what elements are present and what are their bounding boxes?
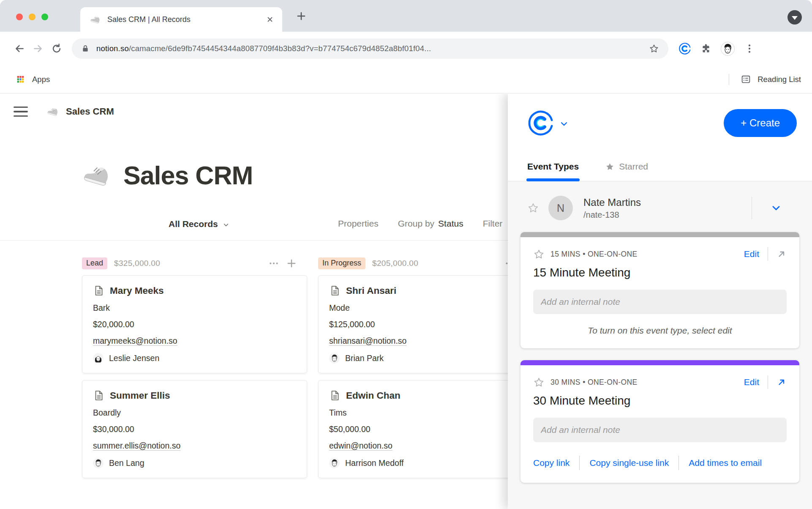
edit-link[interactable]: Edit <box>744 377 759 387</box>
internal-note-input[interactable] <box>533 290 787 314</box>
event-title[interactable]: 30 Minute Meeting <box>533 394 787 408</box>
bookmark-star-icon[interactable] <box>649 44 659 54</box>
record-name[interactable]: Summer Ellis <box>110 390 170 401</box>
status-badge[interactable]: In Progress <box>318 257 365 269</box>
tab-search-button[interactable] <box>787 10 802 25</box>
internal-note-input[interactable] <box>533 418 787 442</box>
zoom-window-button[interactable] <box>41 14 48 20</box>
document-icon <box>93 390 104 401</box>
column-actions <box>268 258 297 269</box>
record-amount: $50,000.00 <box>329 424 532 434</box>
calendly-panel: + Create Event Types Starred N Nate Mart <box>508 94 812 509</box>
calendly-extension-icon[interactable] <box>678 42 691 55</box>
favorite-star-icon[interactable] <box>527 202 539 214</box>
tab-starred[interactable]: Starred <box>605 161 648 181</box>
event-actions: Copy link Copy single-use link Add times… <box>533 456 787 470</box>
edit-divider <box>768 247 768 261</box>
event-card-30min[interactable]: 30 MINS • ONE-ON-ONE Edit 30 Minute Meet… <box>520 360 799 483</box>
browser-window: Sales CRM | All Records notion.so/camacm… <box>0 0 812 509</box>
url-text[interactable]: notion.so/camacme/6de9fb7454454344a80877… <box>96 44 643 53</box>
board-view-icon <box>82 217 164 231</box>
avatar-man-icon <box>329 353 340 364</box>
extensions-puzzle-icon[interactable] <box>700 43 711 54</box>
event-helper-text: To turn on this event type, select edit <box>533 326 787 336</box>
open-external-icon[interactable] <box>777 377 787 387</box>
tab-event-types[interactable]: Event Types <box>527 161 579 181</box>
record-email[interactable]: marymeeks@notion.so <box>93 336 177 346</box>
create-button[interactable]: + Create <box>724 109 797 137</box>
event-card-15min[interactable]: 15 MINS • ONE-ON-ONE Edit 15 Minute Meet… <box>520 232 799 348</box>
close-window-button[interactable] <box>16 14 23 20</box>
sneaker-favicon <box>90 14 101 25</box>
avatar-man-icon <box>93 458 104 468</box>
record-owner: Brian Park <box>329 353 532 364</box>
record-company: Boardly <box>93 408 296 418</box>
reading-list-button[interactable]: Reading List <box>729 74 801 85</box>
owner-name: Ben Lang <box>109 458 144 468</box>
record-name[interactable]: Shri Ansari <box>346 285 396 296</box>
record-card[interactable]: Mary Meeks Bark $20,000.00 marymeeks@not… <box>82 275 307 373</box>
page-content: Sales CRM Sales CRM All Records Properti… <box>0 94 812 509</box>
forward-button[interactable] <box>29 39 47 58</box>
properties-button[interactable]: Properties <box>338 219 379 229</box>
tab-event-types-label: Event Types <box>527 161 579 172</box>
record-amount: $30,000.00 <box>93 424 296 434</box>
profile-avatar[interactable] <box>721 42 735 56</box>
event-color-stripe <box>520 232 799 237</box>
column-more-icon[interactable] <box>268 258 279 269</box>
actions-divider <box>579 456 580 470</box>
user-row-divider <box>752 197 752 219</box>
calendly-logo[interactable] <box>527 109 554 137</box>
record-card[interactable]: Summer Ellis Boardly $30,000.00 summer.e… <box>82 380 307 478</box>
star-event-icon[interactable] <box>533 377 545 388</box>
open-external-icon[interactable] <box>777 249 787 259</box>
record-owner: Leslie Jensen <box>93 353 296 364</box>
new-tab-button[interactable] <box>296 11 307 22</box>
tab-title: Sales CRM | All Records <box>107 15 266 24</box>
user-row: N Nate Martins /nate-138 <box>520 191 799 232</box>
apps-shortcut[interactable]: Apps <box>16 75 50 84</box>
breadcrumb[interactable]: Sales CRM <box>66 106 114 117</box>
record-amount: $20,000.00 <box>93 320 296 329</box>
edit-link[interactable]: Edit <box>744 249 759 259</box>
lock-icon[interactable] <box>81 44 90 53</box>
back-button[interactable] <box>10 39 29 58</box>
owner-name: Leslie Jensen <box>109 353 159 363</box>
filter-button[interactable]: Filter <box>483 219 503 229</box>
record-email[interactable]: shriansari@notion.so <box>329 336 406 346</box>
record-name[interactable]: Edwin Chan <box>346 390 401 401</box>
minimize-window-button[interactable] <box>29 14 35 20</box>
account-chevron-down-icon[interactable] <box>559 119 569 129</box>
status-badge[interactable]: Lead <box>82 257 107 269</box>
copy-link-button[interactable]: Copy link <box>533 458 569 468</box>
event-title[interactable]: 15 Minute Meeting <box>533 266 787 279</box>
bookmarks-divider <box>729 74 729 85</box>
sidebar-menu-icon[interactable] <box>14 107 28 117</box>
document-icon <box>93 285 104 296</box>
user-names: Nate Martins /nate-138 <box>583 197 641 220</box>
address-bar[interactable]: notion.so/camacme/6de9fb7454454344a80877… <box>72 38 668 59</box>
copy-single-use-link-button[interactable]: Copy single-use link <box>589 458 669 468</box>
owner-name: Brian Park <box>345 353 384 363</box>
reload-button[interactable] <box>47 39 66 58</box>
record-email[interactable]: summer.ellis@notion.so <box>93 441 180 451</box>
board-column-lead: Lead $325,000.00 Mary Meeks Bark $20,000… <box>82 254 307 478</box>
group-by-button[interactable]: Group byStatus <box>398 219 463 229</box>
event-color-stripe <box>520 360 799 365</box>
record-name[interactable]: Mary Meeks <box>110 285 164 296</box>
record-company: Mode <box>329 303 532 313</box>
column-add-icon[interactable] <box>286 258 297 269</box>
browser-menu-icon[interactable] <box>744 43 755 54</box>
column-total: $205,000.00 <box>372 259 418 268</box>
add-times-to-email-button[interactable]: Add times to email <box>689 458 762 468</box>
record-email[interactable]: edwin@notion.so <box>329 441 392 451</box>
edit-divider <box>768 375 768 389</box>
page-title[interactable]: Sales CRM <box>123 161 253 190</box>
browser-tab[interactable]: Sales CRM | All Records <box>80 7 282 32</box>
collapse-chevron-icon[interactable] <box>771 203 782 213</box>
document-icon <box>329 285 341 296</box>
star-event-icon[interactable] <box>533 249 545 260</box>
url-host: notion.so <box>96 44 129 53</box>
page-sneaker-icon[interactable] <box>84 161 112 189</box>
close-tab-icon[interactable] <box>266 16 274 23</box>
